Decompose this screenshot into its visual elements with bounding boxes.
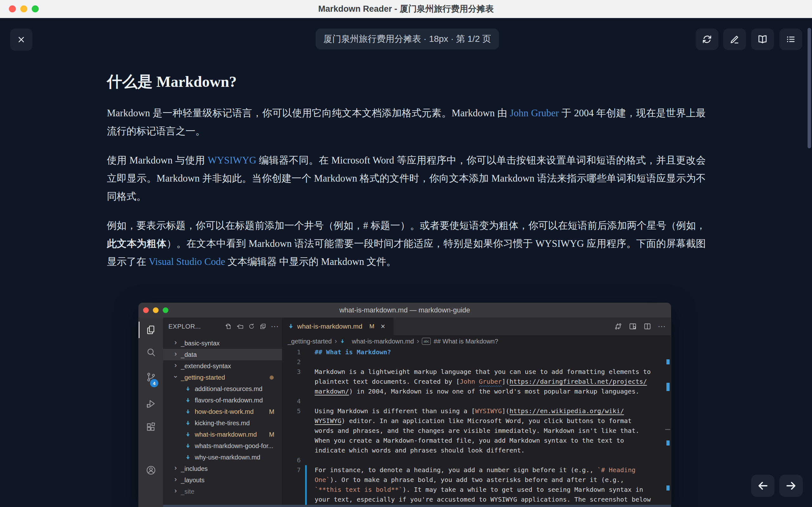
breadcrumb-folder: _getting-started [288, 338, 332, 345]
arrow-right-icon [785, 480, 797, 492]
code-text: words and phrases, and the changes are v… [307, 426, 640, 436]
doc-paragraph: 使用 Markdown 与使用 WYSIWYG 编辑器不同。在 Microsof… [107, 151, 706, 205]
tree-item-label: _getting-started [181, 374, 225, 381]
modified-badge: M [269, 431, 274, 438]
scrollbar-thumb[interactable] [808, 28, 811, 148]
refresh-button[interactable] [696, 29, 718, 50]
doc-link[interactable]: Visual Studio Code [149, 256, 225, 267]
code-line: 6 [282, 455, 671, 465]
doc-link[interactable]: John Gruber [510, 107, 559, 118]
extensions-icon [139, 419, 163, 435]
chevron-right-icon: › [335, 337, 337, 345]
code-token: `**this text is bold**` [315, 486, 403, 493]
book-icon [757, 34, 768, 45]
code-line: plaintext text documents. Created by [Jo… [282, 377, 671, 387]
list-icon [785, 34, 796, 45]
tree-item-label: _data [181, 351, 197, 358]
folder-modified-dot-icon [270, 376, 274, 380]
ruler-mark [666, 486, 670, 491]
tree-item-whats-markdown-good-for: whats-markdown-good-for... [163, 440, 282, 452]
tab-close-icon: × [380, 322, 385, 331]
tab-what-is-markdown: what-is-markdown.md M × [282, 318, 394, 335]
line-number [282, 416, 301, 426]
code-token: Gruber [479, 378, 502, 385]
code-token: WYSIWYG [475, 407, 502, 415]
chevron-right-icon: › [174, 361, 177, 370]
document-info-pill[interactable]: 厦门泉州旅行费用分摊表 · 18px · 第 1/2 页 [316, 29, 499, 49]
code-token: ]( [502, 407, 509, 415]
tree-item-label: whats-markdown-good-for... [195, 442, 273, 450]
window-title: Markdown Reader - 厦门泉州旅行费用分摊表 [318, 3, 494, 14]
tree-item-label: why-use-markdown.md [195, 454, 260, 461]
ruler-mark [666, 383, 670, 391]
markdown-file-icon [185, 432, 191, 438]
arrow-left-icon [757, 480, 769, 492]
code-token: plaintext text documents. Created by [ [315, 378, 460, 385]
code-line: 4 [282, 396, 671, 406]
vscode-window-title: what-is-markdown.md — markdown-guide [339, 306, 470, 314]
markdown-file-icon [340, 339, 345, 344]
code-token: https://en.wikipedia.org/wiki/ [509, 407, 624, 415]
code-text: Markdown is a lightweight markup languag… [307, 367, 651, 377]
line-number [282, 426, 301, 436]
tree-item-_layouts: ›_layouts [163, 474, 282, 486]
code-text: `**this text is bold**`). It may take a … [307, 485, 643, 495]
line-number [282, 495, 301, 504]
markdown-file-icon [185, 443, 191, 449]
doc-paragraphs: Markdown 是一种轻量级标记语言，你可以使用它向纯文本文档添加格式元素。M… [107, 104, 706, 271]
traffic-light-minimize-icon[interactable] [20, 5, 27, 12]
doc-text-segment: 例如，要表示标题，你可以在标题前添加一个井号（例如，# 标题一）。或者要使短语变… [107, 220, 706, 231]
reader-mode-button[interactable] [751, 29, 774, 50]
markdown-file-icon [185, 420, 191, 426]
tree-item-label: _layouts [181, 476, 205, 484]
code-text: ## What is Markdown? [307, 347, 391, 357]
line-number: 2 [282, 357, 301, 367]
pencil-icon [729, 34, 740, 45]
code-editor: 1## What is Markdown?23Markdown is a lig… [282, 347, 671, 507]
line-number: 6 [282, 455, 301, 465]
overview-ruler [666, 347, 670, 507]
tree-item-_getting-started: ›_getting-started [163, 372, 282, 383]
chevron-down-icon: › [171, 376, 180, 378]
line-number [282, 475, 301, 485]
markdown-file-icon [185, 409, 191, 415]
close-icon [16, 34, 27, 45]
traffic-light-zoom-icon[interactable] [32, 5, 39, 12]
chevron-right-icon: › [174, 350, 177, 358]
code-token: One` [315, 476, 330, 484]
code-line: 3Markdown is a lightweight markup langua… [282, 367, 671, 377]
tree-item-_includes: ›_includes [163, 463, 282, 474]
code-token: Using Markdown is different than using a… [315, 407, 475, 415]
table-of-contents-button[interactable] [779, 29, 802, 50]
markdown-file-icon [185, 397, 191, 403]
doc-paragraph: Markdown 是一种轻量级标记语言，你可以使用它向纯文本文档添加格式元素。M… [107, 104, 706, 140]
code-token: For instance, to denote a heading, you a… [315, 466, 597, 474]
reader-window: Markdown Reader - 厦门泉州旅行费用分摊表 厦门泉州旅行费用分摊… [0, 0, 812, 507]
next-page-button[interactable] [779, 475, 803, 497]
code-text [307, 455, 315, 465]
doc-text-segment: 此文本为粗体 [107, 238, 166, 249]
prev-page-button[interactable] [751, 475, 774, 497]
chevron-right-icon: › [174, 464, 177, 472]
code-token: markdown/ [315, 388, 349, 395]
line-number [282, 436, 301, 446]
line-number: 7 [282, 465, 301, 475]
traffic-light-close-icon[interactable] [9, 5, 16, 12]
markdown-file-icon [185, 386, 191, 392]
line-number [282, 485, 301, 495]
ruler-divider [665, 429, 670, 430]
code-token: words and phrases, and the changes are v… [315, 427, 640, 435]
code-line: markdown/) in 2004, Markdown is now one … [282, 387, 671, 396]
edit-button[interactable] [723, 29, 746, 50]
code-text: For instance, to denote a heading, you a… [307, 465, 635, 475]
symbol-string-icon: abc [422, 338, 431, 345]
line-number [282, 377, 301, 387]
code-line: 1## What is Markdown? [282, 347, 671, 357]
code-text [307, 357, 315, 367]
tree-item-label: kicking-the-tires.md [195, 419, 250, 427]
doc-link[interactable]: WYSIWYG [208, 155, 256, 166]
code-token: https://daringfireball.net/projects/ [509, 378, 647, 385]
tree-item-additional-resourcesmd: additional-resources.md [163, 383, 282, 395]
close-document-button[interactable] [10, 29, 32, 51]
line-number [282, 446, 301, 455]
